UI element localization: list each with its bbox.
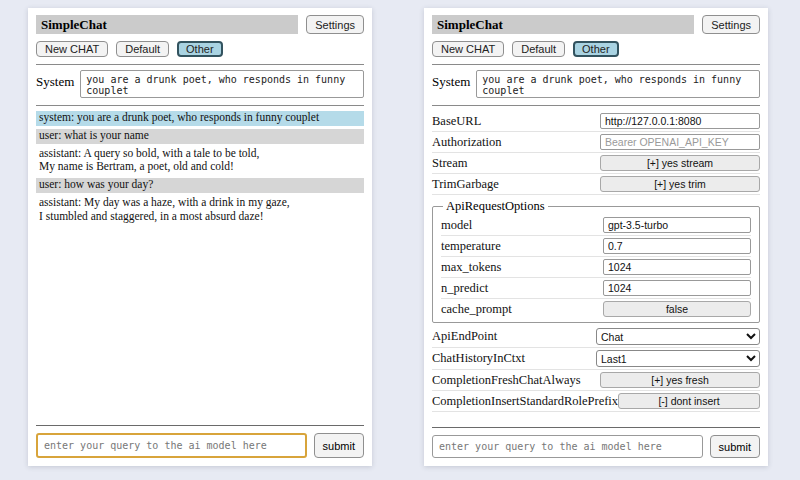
setting-row-baseurl: BaseURL [432,111,760,132]
setting-label: BaseURL [432,114,481,129]
divider [36,425,364,426]
chat-message-assistant: assistant: A query so bold, with a tale … [36,147,364,176]
chat-message-list: system: you are a drunk poet, who respon… [36,111,364,225]
chat-panel: SimpleChat Settings New CHAT Default Oth… [28,8,372,466]
setting-row-authorization: Authorization [432,132,760,153]
system-prompt-row: System [432,70,760,98]
setting-label: Authorization [432,135,501,150]
submit-button[interactable]: submit [314,433,364,458]
chat-session-default-button[interactable]: Default [512,41,565,57]
setting-row-stream: Stream[+] yes stream [432,153,760,174]
query-area: submit [432,427,760,458]
chat-session-other-button[interactable]: Other [573,41,619,57]
setting-row-completioninsertstandardroleprefix: CompletionInsertStandardRolePrefix[-] do… [432,391,760,412]
system-prompt-textarea[interactable] [476,70,760,98]
setting-row-n-predict: n_predict [441,278,751,299]
setting-label: CompletionInsertStandardRolePrefix [432,394,618,409]
setting-input-n-predict[interactable] [603,280,751,296]
setting-toggle-completioninsertstandardroleprefix[interactable]: [-] dont insert [618,393,760,409]
divider [36,105,364,106]
chat-session-buttons: New CHAT Default Other [432,41,760,57]
new-chat-button[interactable]: New CHAT [36,41,108,57]
system-label: System [432,70,470,90]
header: SimpleChat Settings [432,15,760,34]
header: SimpleChat Settings [36,15,364,34]
system-prompt-row: System [36,70,364,98]
setting-row-apiendpoint: ApiEndPointChat [432,326,760,348]
setting-select-chathistoryinctxt[interactable]: Last1 [596,350,760,367]
setting-row-chathistoryinctxt: ChatHistoryInCtxtLast1 [432,348,760,370]
setting-toggle-cache-prompt[interactable]: false [603,301,751,317]
setting-label: model [441,218,472,233]
chat-session-default-button[interactable]: Default [116,41,169,57]
system-label: System [36,70,74,90]
chat-message-user: user: how was your day? [36,178,364,193]
setting-label: cache_prompt [441,302,512,317]
setting-row-temperature: temperature [441,236,751,257]
setting-row-trimgarbage: TrimGarbage[+] yes trim [432,174,760,195]
api-request-options-legend: ApiRequestOptions [443,199,548,214]
chat-message-assistant: assistant: My day was a haze, with a dri… [36,196,364,225]
chat-session-other-button[interactable]: Other [177,41,223,57]
setting-label: temperature [441,239,501,254]
setting-input-temperature[interactable] [603,238,751,254]
submit-button[interactable]: submit [710,435,760,458]
setting-row-completionfreshchatalways: CompletionFreshChatAlways[+] yes fresh [432,370,760,391]
chat-session-buttons: New CHAT Default Other [36,41,364,57]
setting-input-model[interactable] [603,217,751,233]
setting-row-model: model [441,215,751,236]
setting-toggle-trimgarbage[interactable]: [+] yes trim [600,176,760,192]
setting-toggle-completionfreshchatalways[interactable]: [+] yes fresh [600,372,760,388]
setting-label: n_predict [441,281,488,296]
api-request-options-fieldset: ApiRequestOptions modeltemperaturemax_to… [432,199,760,323]
setting-input-baseurl[interactable] [600,113,760,129]
query-area: submit [36,425,364,458]
setting-label: CompletionFreshChatAlways [432,373,581,388]
setting-label: max_tokens [441,260,501,275]
app-title: SimpleChat [36,15,298,34]
query-input[interactable] [432,435,703,458]
setting-label: Stream [432,156,467,171]
chat-message-user: user: what is your name [36,129,364,144]
divider [432,64,760,65]
setting-label: TrimGarbage [432,177,499,192]
divider [432,427,760,428]
settings-panel: SimpleChat Settings New CHAT Default Oth… [424,8,768,466]
system-prompt-textarea[interactable] [80,70,364,98]
app-title: SimpleChat [432,15,694,34]
query-input[interactable] [36,433,307,458]
divider [36,64,364,65]
setting-toggle-stream[interactable]: [+] yes stream [600,155,760,171]
settings-button[interactable]: Settings [306,15,364,34]
new-chat-button[interactable]: New CHAT [432,41,504,57]
chat-message-system: system: you are a drunk poet, who respon… [36,111,364,126]
setting-select-apiendpoint[interactable]: Chat [596,328,760,345]
setting-input-authorization[interactable] [600,134,760,150]
setting-label: ApiEndPoint [432,329,497,344]
settings-list: BaseURLAuthorizationStream[+] yes stream… [432,111,760,412]
setting-input-max-tokens[interactable] [603,259,751,275]
setting-row-max-tokens: max_tokens [441,257,751,278]
divider [432,105,760,106]
settings-button[interactable]: Settings [702,15,760,34]
setting-label: ChatHistoryInCtxt [432,351,525,366]
setting-row-cache-prompt: cache_promptfalse [441,299,751,319]
